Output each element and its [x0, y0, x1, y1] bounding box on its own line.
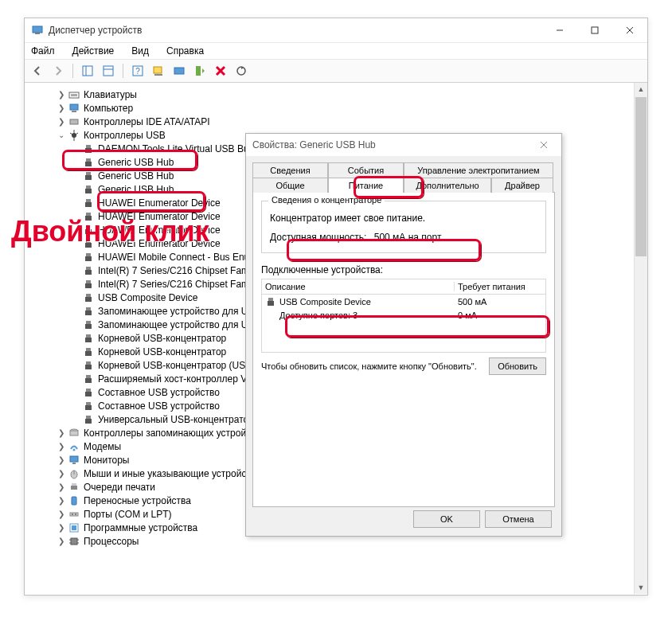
tree-node-label: Клавиатуры — [82, 89, 139, 100]
cancel-button[interactable]: Отмена — [485, 510, 552, 528]
usb-icon — [82, 332, 95, 345]
svg-rect-55 — [85, 324, 92, 329]
menu-help[interactable]: Справка — [163, 44, 207, 58]
tab-power-management[interactable]: Управление электропитанием — [404, 162, 553, 178]
svg-rect-45 — [85, 256, 92, 261]
tree-node-label: HUAWEI Enumerator Device — [96, 238, 222, 249]
maximize-button[interactable] — [577, 18, 612, 42]
usb-icon — [82, 373, 95, 385]
tree-node[interactable]: ❯Клавиатуры — [25, 88, 647, 101]
help-icon[interactable]: ? — [130, 63, 146, 79]
dialog-close-button[interactable] — [533, 134, 555, 156]
svg-rect-46 — [86, 267, 91, 270]
device-list-row[interactable]: Доступно портов: 30 мА — [262, 308, 545, 322]
svg-rect-32 — [86, 172, 91, 175]
update-driver-icon[interactable] — [171, 63, 187, 79]
uninstall-device-icon[interactable] — [213, 63, 229, 79]
tree-node-label: Контроллеры USB — [82, 130, 167, 141]
svg-rect-79 — [72, 497, 76, 505]
svg-rect-66 — [86, 402, 91, 405]
ok-button[interactable]: OK — [413, 510, 480, 528]
usb-icon — [82, 156, 95, 169]
tree-node-label: Контроллеры запоминающих устройств — [82, 428, 262, 439]
svg-rect-52 — [86, 307, 91, 310]
column-power-required[interactable]: Требует питания — [455, 282, 545, 291]
tab-events[interactable]: События — [328, 162, 404, 178]
svg-text:?: ? — [135, 67, 140, 76]
scroll-up-icon[interactable]: ▲ — [635, 83, 647, 96]
tree-twisty-icon[interactable]: ❯ — [57, 117, 66, 126]
tree-twisty-icon[interactable]: ❯ — [57, 537, 66, 545]
svg-rect-50 — [86, 294, 91, 297]
tree-node[interactable]: ❯Контроллеры IDE ATA/ATAPI — [25, 115, 647, 128]
svg-rect-71 — [70, 431, 78, 435]
tree-twisty-icon[interactable]: ❯ — [57, 510, 66, 518]
svg-rect-53 — [85, 310, 92, 315]
device-list-header[interactable]: Описание Требует питания — [261, 279, 546, 295]
svg-rect-38 — [86, 213, 91, 216]
show-hide-tree-icon[interactable] — [80, 63, 96, 79]
tree-node-label: Запоминающее устройство для USB — [96, 306, 262, 317]
device-list[interactable]: USB Composite Device500 мАДоступно порто… — [261, 295, 546, 353]
svg-rect-93 — [268, 301, 274, 306]
scan-hardware-icon[interactable] — [150, 63, 166, 79]
dialog-titlebar[interactable]: Свойства: Generic USB Hub — [246, 134, 561, 156]
usb-icon — [82, 386, 95, 399]
svg-point-81 — [72, 514, 73, 515]
scroll-thumb[interactable] — [635, 97, 647, 256]
tree-twisty-icon[interactable]: ❯ — [57, 90, 66, 99]
tree-twisty-icon[interactable]: ❯ — [57, 442, 66, 451]
scroll-down-icon[interactable]: ▼ — [635, 581, 647, 594]
svg-rect-65 — [85, 392, 92, 396]
properties-icon[interactable] — [100, 63, 116, 79]
svg-rect-35 — [85, 189, 92, 193]
window-titlebar[interactable]: Диспетчер устройств — [25, 18, 647, 43]
tree-node-label: HUAWEI Enumerator Device — [96, 225, 222, 236]
column-description[interactable]: Описание — [262, 282, 455, 291]
menu-file[interactable]: Файл — [28, 44, 58, 58]
usb-icon — [265, 296, 276, 307]
tree-twisty-icon[interactable]: ❯ — [57, 496, 66, 505]
enable-device-icon[interactable] — [192, 63, 208, 79]
svg-rect-67 — [85, 405, 92, 410]
tab-advanced[interactable]: Дополнительно — [404, 178, 491, 193]
close-button[interactable] — [612, 18, 647, 42]
svg-rect-92 — [268, 298, 273, 301]
usb-icon — [82, 278, 95, 291]
usb-icon — [82, 197, 95, 209]
tree-twisty-icon[interactable]: ⌄ — [57, 131, 66, 139]
ide-icon — [68, 115, 80, 128]
tree-twisty-icon[interactable]: ❯ — [57, 104, 66, 112]
menu-action[interactable]: Действие — [69, 44, 118, 58]
tab-general[interactable]: Общие — [252, 178, 328, 193]
tab-details[interactable]: Сведения — [252, 162, 328, 178]
tree-twisty-icon[interactable]: ❯ — [57, 469, 66, 478]
tree-node-label: Очереди печати — [82, 482, 157, 493]
refresh-icon[interactable] — [233, 63, 249, 79]
tab-power[interactable]: Питание — [328, 178, 404, 193]
dialog-title: Свойства: Generic USB Hub — [252, 139, 533, 150]
tree-twisty-icon[interactable]: ❯ — [57, 523, 66, 532]
tree-twisty-icon[interactable]: ❯ — [57, 482, 66, 491]
svg-rect-80 — [70, 513, 78, 516]
refresh-hint: Чтобы обновить список, нажмите кнопку "О… — [261, 361, 483, 371]
tree-twisty-icon[interactable]: ❯ — [57, 455, 66, 464]
device-list-row[interactable]: USB Composite Device500 мА — [262, 295, 545, 308]
tree-node[interactable]: ❯Компьютер — [25, 101, 647, 115]
vertical-scrollbar[interactable]: ▲ ▼ — [634, 83, 647, 594]
back-icon[interactable] — [29, 63, 45, 79]
svg-rect-1 — [35, 33, 40, 34]
svg-rect-63 — [85, 378, 92, 383]
svg-rect-6 — [83, 66, 92, 76]
svg-rect-31 — [85, 162, 92, 166]
tab-driver[interactable]: Драйвер — [491, 178, 553, 193]
tree-node-label: Контроллеры IDE ATA/ATAPI — [82, 116, 212, 127]
minimize-button[interactable] — [542, 18, 577, 42]
usb-icon — [82, 224, 95, 236]
menu-view[interactable]: Вид — [128, 44, 152, 58]
svg-rect-22 — [72, 111, 76, 112]
forward-icon[interactable] — [50, 63, 66, 79]
refresh-button[interactable]: Обновить — [489, 357, 546, 375]
tree-twisty-icon[interactable]: ❯ — [57, 428, 66, 437]
modem-icon — [68, 440, 80, 453]
